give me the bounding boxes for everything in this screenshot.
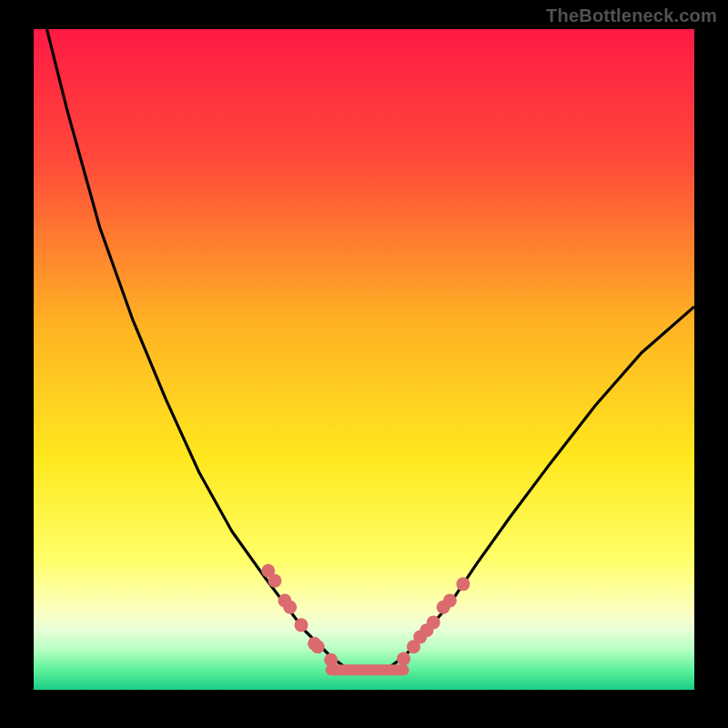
scatter-dot (311, 640, 325, 653)
watermark-text: TheBottleneck.com (546, 5, 717, 26)
scatter-dot (324, 653, 338, 667)
scatter-dot (427, 615, 440, 629)
plot-area (34, 29, 694, 690)
scatter-dot (456, 577, 470, 591)
scatter-dot (443, 593, 457, 607)
scatter-dot (283, 601, 297, 614)
scatter-dot (268, 574, 281, 588)
chart-svg (34, 29, 694, 690)
chart-background (34, 29, 694, 690)
scatter-dot (397, 652, 410, 665)
scatter-dot (295, 618, 308, 632)
